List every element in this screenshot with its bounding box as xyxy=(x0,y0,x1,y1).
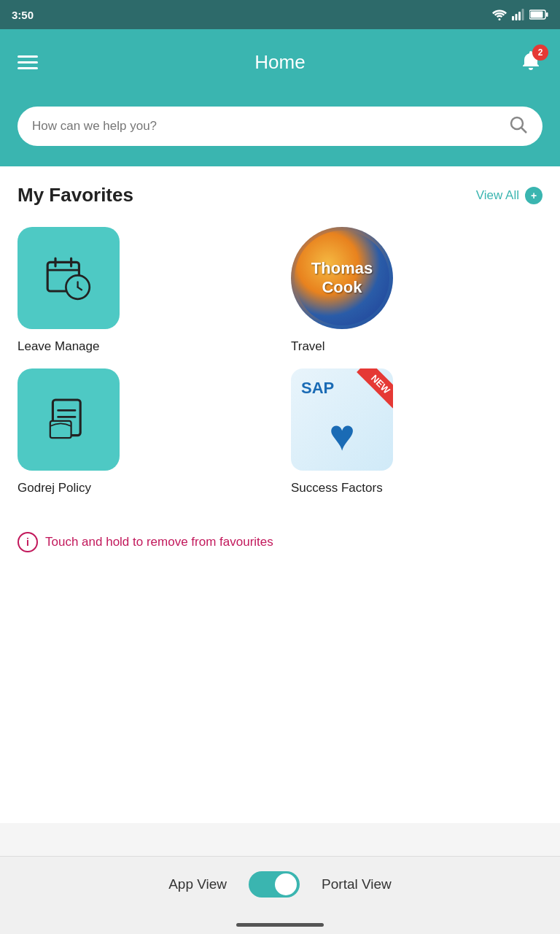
favorite-item-leave-manage[interactable]: Leave Manage xyxy=(18,227,269,354)
header-title: Home xyxy=(254,51,305,74)
info-circle-icon: i xyxy=(18,532,38,552)
search-container xyxy=(0,95,560,166)
godrej-policy-label: Godrej Policy xyxy=(18,481,91,495)
view-toggle[interactable] xyxy=(249,871,300,898)
notification-button[interactable]: 2 xyxy=(519,49,542,75)
toggle-knob xyxy=(275,873,297,895)
info-hint: i Touch and hold to remove from favourit… xyxy=(18,517,542,567)
battery-icon xyxy=(529,9,548,20)
menu-button[interactable] xyxy=(18,55,38,69)
svg-point-0 xyxy=(499,18,501,20)
leave-manage-label: Leave Manage xyxy=(18,339,99,354)
favorite-item-travel[interactable]: ThomasCook Travel xyxy=(291,227,542,354)
bottom-bar: App View Portal View xyxy=(0,856,560,934)
new-ribbon-label: NEW xyxy=(357,368,393,408)
home-indicator xyxy=(236,923,324,927)
sap-icon-wrapper: SAP ♥ NEW xyxy=(291,368,393,471)
svg-rect-3 xyxy=(518,12,521,20)
hint-text: Touch and hold to remove from favourites xyxy=(45,535,273,549)
thomas-cook-text: ThomasCook xyxy=(311,259,373,298)
svg-point-8 xyxy=(511,117,523,129)
policy-svg xyxy=(42,393,95,446)
favorites-grid: Leave Manage ThomasCook Travel xyxy=(18,227,542,495)
main-content: My Favorites View All + Leave M xyxy=(0,166,560,823)
svg-rect-4 xyxy=(522,9,524,20)
wifi-icon xyxy=(491,9,508,20)
svg-line-9 xyxy=(521,128,526,133)
view-all-button[interactable]: View All + xyxy=(476,187,542,204)
leave-manage-icon-box xyxy=(18,227,120,329)
new-ribbon: NEW xyxy=(346,368,393,416)
svg-rect-2 xyxy=(516,14,518,20)
favorite-item-success-factors[interactable]: SAP ♥ NEW Success Factors xyxy=(291,368,542,495)
svg-rect-7 xyxy=(546,12,548,17)
view-all-circle-icon: + xyxy=(525,187,542,204)
status-bar: 3:50 xyxy=(0,0,560,29)
godrej-policy-icon-box xyxy=(18,368,120,471)
svg-rect-6 xyxy=(531,12,543,18)
status-time: 3:50 xyxy=(12,9,34,21)
favorites-header: My Favorites View All + xyxy=(18,184,542,207)
thomas-cook-logo: ThomasCook xyxy=(291,227,393,329)
search-icon[interactable] xyxy=(509,115,528,137)
favorite-item-godrej-policy[interactable]: Godrej Policy xyxy=(18,368,269,495)
signal-icon xyxy=(512,9,525,20)
success-factors-label: Success Factors xyxy=(291,481,383,495)
travel-label: Travel xyxy=(291,339,325,354)
svg-rect-1 xyxy=(512,16,514,20)
favorites-title: My Favorites xyxy=(18,184,133,207)
app-view-label: App View xyxy=(168,876,227,892)
sap-heart-icon: ♥ xyxy=(329,410,355,460)
view-all-label: View All xyxy=(476,188,519,203)
search-bar[interactable] xyxy=(18,107,542,146)
app-header: Home 2 xyxy=(0,29,560,95)
sap-text-logo: SAP xyxy=(301,379,334,398)
status-icons xyxy=(491,9,548,20)
search-input[interactable] xyxy=(32,119,500,134)
notification-badge: 2 xyxy=(532,45,548,61)
portal-view-label: Portal View xyxy=(322,876,392,892)
calendar-clock-svg xyxy=(42,252,95,304)
